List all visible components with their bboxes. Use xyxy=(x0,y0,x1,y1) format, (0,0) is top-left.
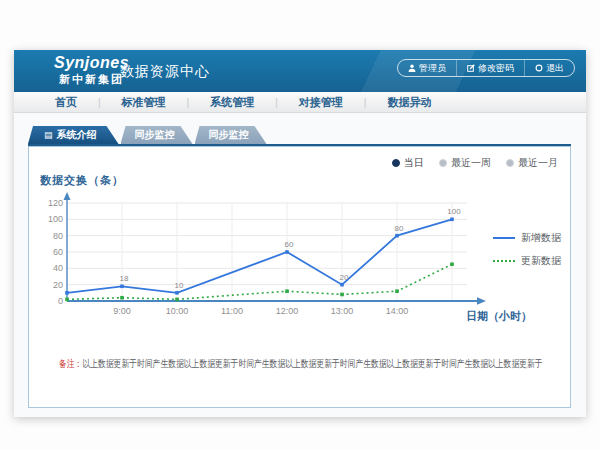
logo-brand-text: Synjones xyxy=(54,54,129,72)
svg-text:40: 40 xyxy=(53,263,63,273)
page-title: 数据资源中心 xyxy=(120,63,210,81)
user-actions-group: 管理员修改密码退出 xyxy=(397,59,575,77)
svg-text:13:00: 13:00 xyxy=(331,306,354,316)
radio-icon xyxy=(506,159,514,167)
user-action-label: 修改密码 xyxy=(478,62,514,75)
legend-label: 新增数据 xyxy=(521,231,561,245)
svg-text:60: 60 xyxy=(53,247,63,257)
y-axis-title: 数据交换（条） xyxy=(40,173,124,188)
company-logo: Synjones 新中新集团 xyxy=(54,54,129,86)
svg-text:9:00: 9:00 xyxy=(113,306,131,316)
legend-swatch xyxy=(493,237,515,239)
chart-legend: 新增数据更新数据 xyxy=(493,231,561,268)
svg-text:80: 80 xyxy=(395,224,404,233)
app-header: Synjones 新中新集团 数据资源中心 管理员修改密码退出 xyxy=(14,50,586,92)
logo-company-name: 新中新集团 xyxy=(54,72,129,86)
user-action-1-button[interactable]: 管理员 xyxy=(398,60,456,76)
svg-text:20: 20 xyxy=(53,280,63,290)
svg-text:18: 18 xyxy=(120,274,129,283)
period-label: 最近一周 xyxy=(451,156,491,170)
period-option-3[interactable]: 最近一月 xyxy=(506,156,558,170)
legend-swatch xyxy=(493,260,515,262)
period-radio-group: 当日最近一周最近一月 xyxy=(392,156,558,170)
svg-text:10:00: 10:00 xyxy=(166,306,189,316)
legend-item-2: 更新数据 xyxy=(493,254,561,268)
edit-icon xyxy=(467,64,475,72)
grid-icon: ▤ xyxy=(44,131,53,140)
content-area: ▤系统介绍同步监控同步监控 当日最近一周最近一月 数据交换（条） 0204060… xyxy=(14,113,586,416)
radio-icon xyxy=(392,159,400,167)
legend-label: 更新数据 xyxy=(521,254,561,268)
nav-item-3[interactable]: 系统管理 xyxy=(189,95,275,110)
period-label: 当日 xyxy=(404,156,424,170)
chart-card: 当日最近一周最近一月 数据交换（条） 0204060801001209:0010… xyxy=(28,146,571,408)
tab-label: 同步监控 xyxy=(135,128,175,142)
svg-text:20: 20 xyxy=(340,273,349,282)
chart-canvas: 0204060801001209:0010:0011:0012:0013:001… xyxy=(37,189,517,339)
nav-menu: 首页|标准管理|系统管理|对接管理|数据异动 xyxy=(14,92,586,113)
svg-text:0: 0 xyxy=(58,296,63,306)
logout-icon xyxy=(535,64,543,72)
nav-item-1[interactable]: 首页 xyxy=(34,95,98,110)
x-axis-title: 日期（小时） xyxy=(466,309,532,324)
app-window: Synjones 新中新集团 数据资源中心 管理员修改密码退出 首页|标准管理|… xyxy=(14,50,586,417)
nav-item-4[interactable]: 对接管理 xyxy=(278,95,364,110)
footnote: 备注：以上数据更新于时间产生数据以上数据更新于时间产生数据以上数据更新于时间产生… xyxy=(59,357,449,371)
tab-2[interactable]: 同步监控 xyxy=(121,126,193,144)
tab-bar: ▤系统介绍同步监控同步监控 xyxy=(28,126,571,146)
period-option-2[interactable]: 最近一周 xyxy=(439,156,491,170)
period-label: 最近一月 xyxy=(518,156,558,170)
line-chart: 0204060801001209:0010:0011:0012:0013:001… xyxy=(37,189,517,339)
footnote-text: 以上数据更新于时间产生数据以上数据更新于时间产生数据以上数据更新于时间产生数据以… xyxy=(82,358,542,369)
svg-text:60: 60 xyxy=(285,240,294,249)
svg-text:11:00: 11:00 xyxy=(221,306,243,316)
user-action-label: 管理员 xyxy=(419,62,446,75)
svg-text:14:00: 14:00 xyxy=(386,306,409,316)
user-action-2-button[interactable]: 修改密码 xyxy=(456,60,524,76)
tab-3[interactable]: 同步监控 xyxy=(195,126,267,144)
svg-text:80: 80 xyxy=(53,231,63,241)
svg-text:100: 100 xyxy=(447,207,461,216)
tab-label: 同步监控 xyxy=(209,128,249,142)
svg-text:10: 10 xyxy=(175,281,184,290)
user-action-label: 退出 xyxy=(546,62,564,75)
footnote-prefix: 备注： xyxy=(59,358,82,369)
radio-icon xyxy=(439,159,447,167)
tab-1[interactable]: ▤系统介绍 xyxy=(28,126,119,144)
nav-item-5[interactable]: 数据异动 xyxy=(366,95,452,110)
nav-item-2[interactable]: 标准管理 xyxy=(101,95,187,110)
tab-label: 系统介绍 xyxy=(57,128,97,142)
user-icon xyxy=(408,64,416,72)
svg-text:120: 120 xyxy=(48,198,63,208)
svg-text:12:00: 12:00 xyxy=(276,306,299,316)
page-background: Synjones 新中新集团 数据资源中心 管理员修改密码退出 首页|标准管理|… xyxy=(0,0,600,450)
user-action-3-button[interactable]: 退出 xyxy=(524,60,574,76)
period-option-1[interactable]: 当日 xyxy=(392,156,424,170)
legend-item-1: 新增数据 xyxy=(493,231,561,245)
svg-text:100: 100 xyxy=(48,214,63,224)
